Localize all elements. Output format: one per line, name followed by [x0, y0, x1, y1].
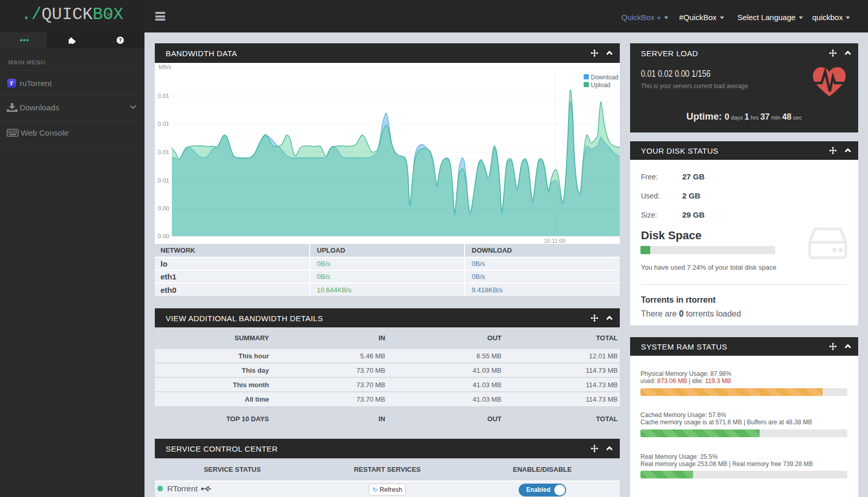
- svg-text:0.00: 0.00: [158, 233, 169, 239]
- svg-text:0.01: 0.01: [158, 93, 169, 99]
- svg-text:16:11:00: 16:11:00: [544, 238, 566, 244]
- svg-text:0.00: 0.00: [158, 205, 169, 211]
- svg-text:0.01: 0.01: [158, 149, 169, 155]
- svg-text:0.01: 0.01: [158, 177, 169, 184]
- svg-text:MB/s: MB/s: [158, 64, 172, 70]
- svg-text:Download: Download: [591, 74, 618, 81]
- svg-text:0.01: 0.01: [158, 121, 169, 127]
- svg-text:Upload: Upload: [591, 81, 610, 89]
- svg-text:?: ?: [119, 37, 122, 43]
